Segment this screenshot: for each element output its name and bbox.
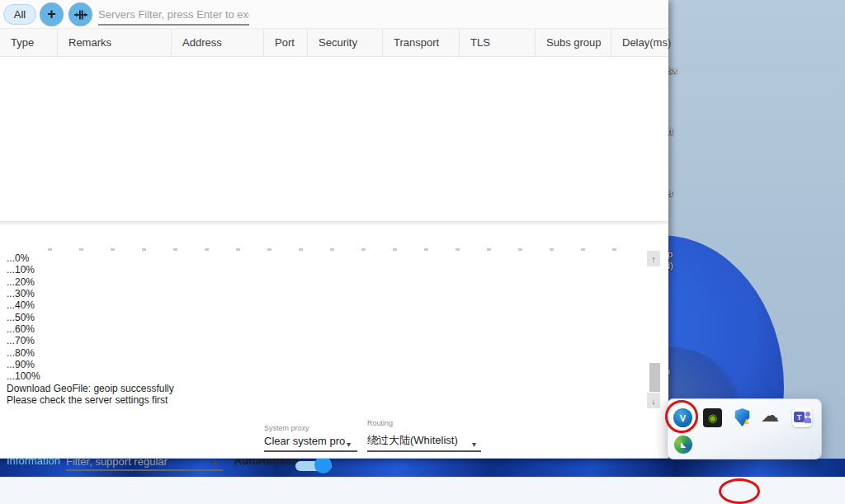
- screen: lsx xt er p d) n All + TypeRemarksA: [0, 0, 845, 504]
- routing-label: Routing: [367, 419, 393, 427]
- windows-security-icon[interactable]: ▲: [734, 408, 753, 427]
- idm-arrow-glyph: ◣: [681, 441, 686, 449]
- status-bar: Local:[socks:10808] | [http:10809] LAN:N…: [0, 409, 668, 459]
- teams-icon[interactable]: T: [792, 407, 812, 427]
- table-column-header[interactable]: Address: [172, 29, 264, 56]
- routing-underline: [367, 450, 481, 452]
- plus-icon: +: [47, 6, 56, 23]
- log-line: ...20%: [7, 276, 642, 288]
- routing-select[interactable]: 绕过大陆(Whitelist): [367, 433, 466, 448]
- idm-tray-icon[interactable]: ◣: [674, 436, 692, 454]
- arrow-down-icon: ↓: [651, 396, 656, 406]
- table-column-header[interactable]: Security: [308, 29, 383, 56]
- system-proxy-select[interactable]: Clear system prox: [264, 435, 345, 447]
- arrow-up-icon: ↑: [651, 254, 656, 264]
- add-server-button[interactable]: +: [40, 2, 64, 26]
- log-line: Download GeoFile: geoip successfully: [7, 383, 642, 394]
- table-column-header[interactable]: Type: [0, 29, 58, 56]
- log-line: ...0%: [7, 252, 642, 264]
- autorefresh-toggle-knob[interactable]: [314, 456, 332, 473]
- info-panel-bar: Information ▾ AutoRefresh: [0, 224, 668, 251]
- teams-t-glyph: T: [794, 412, 805, 422]
- table-column-header[interactable]: Port: [264, 29, 308, 56]
- log-filter-dropdown-arrow-icon[interactable]: ▾: [213, 459, 217, 468]
- split-horizontal-icon: [74, 8, 87, 21]
- split-view-button[interactable]: [68, 2, 92, 26]
- log-line: ...100%: [7, 370, 642, 382]
- log-line: ...90%: [7, 359, 642, 370]
- teams-person-head: [805, 412, 810, 417]
- system-proxy-dropdown-arrow-icon[interactable]: ▾: [347, 440, 351, 449]
- v2rayn-tray-icon[interactable]: V: [673, 408, 692, 427]
- teams-person-body: [805, 417, 811, 423]
- log-line: ...80%: [7, 347, 642, 359]
- server-table-body-empty[interactable]: [0, 58, 668, 221]
- table-column-header[interactable]: Delay(ms): [611, 29, 668, 56]
- taskbar[interactable]: V فا: [0, 477, 845, 504]
- server-toolbar: All +: [0, 0, 668, 28]
- log-line: ...70%: [7, 335, 642, 346]
- nvidia-eye-glyph: ◉: [708, 412, 717, 424]
- table-column-header[interactable]: Transport: [383, 29, 460, 56]
- log-clipped-line: [48, 248, 625, 251]
- log-line: ...40%: [7, 299, 642, 311]
- v2rayn-glyph: V: [680, 413, 686, 423]
- log-line: ...30%: [7, 288, 642, 299]
- system-proxy-underline: [264, 450, 357, 452]
- tray-overflow-popup: V ◉ ▲ ☁ T ◣: [667, 398, 822, 459]
- server-table-header: TypeRemarksAddressPortSecurityTransportT…: [0, 28, 668, 57]
- log-line: ...10%: [7, 264, 642, 276]
- scroll-up-button[interactable]: ↑: [647, 251, 660, 266]
- log-line: Please check the server settings first: [7, 394, 642, 406]
- v2rayn-window: All + TypeRemarksAddressPortSecurityTran…: [0, 0, 668, 459]
- table-column-header[interactable]: Subs group: [536, 29, 611, 56]
- nvidia-settings-icon[interactable]: ◉: [703, 408, 722, 427]
- system-proxy-label: System proxy: [264, 424, 309, 432]
- table-column-header[interactable]: TLS: [460, 29, 536, 56]
- scroll-down-button[interactable]: ↓: [647, 393, 660, 408]
- servers-filter-input[interactable]: [98, 4, 249, 26]
- log-line: ...50%: [7, 312, 642, 323]
- routing-dropdown-arrow-icon[interactable]: ▾: [472, 440, 476, 449]
- cloud-tray-icon[interactable]: ☁: [761, 407, 779, 425]
- table-column-header[interactable]: Remarks: [58, 29, 172, 56]
- cloud-icon: ☁: [761, 405, 779, 426]
- scrollbar-thumb[interactable]: [649, 363, 660, 392]
- log-output: ...0%...10%...20%...30%...40%...50%...60…: [7, 252, 642, 409]
- warning-triangle-icon: ▲: [742, 417, 751, 426]
- subscription-group-all-button[interactable]: All: [3, 4, 36, 25]
- log-line: ...60%: [7, 323, 642, 335]
